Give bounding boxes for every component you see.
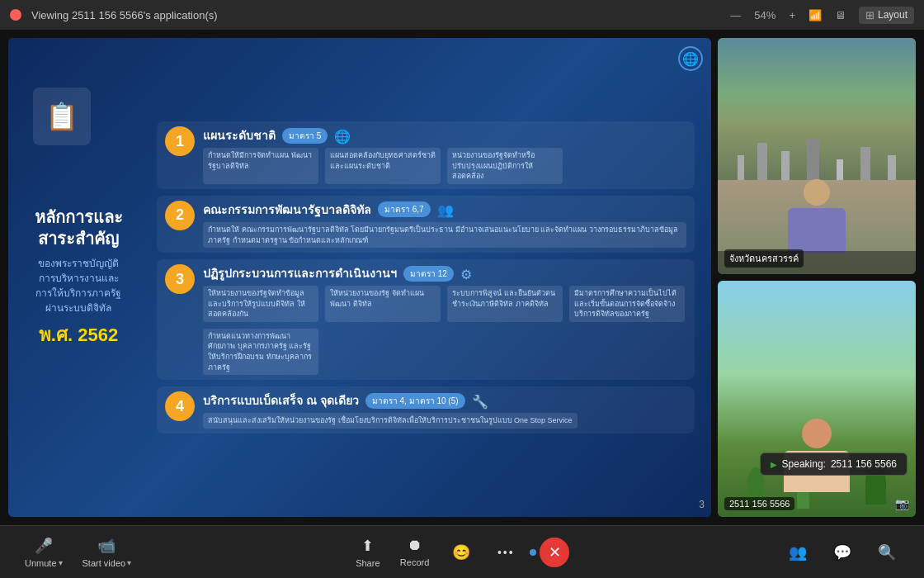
detail-4-1: สนับสนุนและส่งเสริมให้หน่วยงานของรัฐ เชื… (203, 413, 578, 429)
globe-icon: 🌐 (678, 46, 703, 71)
toolbar-left: 🎤 Unmute ▾ 📹 Start video ▾ (16, 532, 139, 573)
signal-icon: 📶 (808, 9, 822, 21)
zoom-plus-button[interactable]: + (789, 9, 795, 21)
video-panels: จังหวัดนครสวรรค์ S (718, 38, 916, 517)
chat-icon: 💬 (833, 543, 851, 561)
video-panel-top: จังหวัดนครสวรรค์ (718, 38, 916, 274)
record-label: Record (400, 557, 429, 567)
detail-1-2: แผนสอดคล้องกับยุทธศาสตร์ชาติ และแผนระดับ… (325, 148, 441, 184)
speaking-name: 2511 156 5566 (831, 458, 897, 470)
zoom-level: 54% (754, 9, 776, 21)
layout-label: Layout (878, 9, 908, 21)
participants-button[interactable]: 👥 (777, 538, 818, 566)
notification-dot (530, 549, 536, 556)
participants-icon: 👥 (789, 543, 807, 561)
record-icon: ⏺ (408, 537, 422, 554)
item-details-1: กำหนดให้มีการจัดทำแผน พัฒนารัฐบาลดิจิทัล… (203, 148, 686, 184)
item-number-2: 2 (165, 201, 195, 230)
item-content-3: ปฏิรูปกระบวนการและการดำเนินงานฯ มาตรา 12… (203, 264, 686, 375)
end-icon: ✕ (549, 543, 561, 561)
item-badge-1: มาตรา 5 (282, 128, 328, 144)
chat-button[interactable]: 💬 (822, 538, 863, 566)
main-area: 🌐 📋 หลักการและ สาระสำคัญ ของพระราชบัญญัต… (0, 30, 924, 525)
speaking-label: Speaking: (782, 458, 826, 470)
item-content-2: คณะกรรมการพัฒนารัฐบาลดิจิทัล มาตรา 6,7 👥… (203, 201, 686, 248)
item-header-3: ปฏิรูปกระบวนการและการดำเนินงานฯ มาตรา 12… (203, 264, 686, 282)
slide-main-title: หลักการและ สาระสำคัญ (25, 206, 132, 249)
titlebar: Viewing 2511 156 5566's application(s) —… (0, 0, 924, 30)
people-icon: 👥 (437, 202, 454, 218)
item-header-2: คณะกรรมการพัฒนารัฐบาลดิจิทัล มาตรา 6,7 👥 (203, 201, 686, 219)
detail-3-5: กำหนดแนวทางการพัฒนาศักยภาพ บุคลากรภาครัฐ… (203, 329, 318, 375)
item-header-4: บริการแบบเบ็ดเสร็จ ณ จุดเดียว มาตรา 4, ม… (203, 391, 686, 410)
detail-2-1: กำหนดให้ คณะกรรมการพัฒนารัฐบาลดิจิทัล โด… (203, 222, 686, 248)
service-icon: 🔧 (472, 394, 488, 410)
detail-3-4: มีมาตรการศึกษาความเป็นไปได้ และเริ่มขั้น… (569, 286, 685, 322)
minimize-button[interactable]: — (730, 9, 741, 21)
slide-items: 1 แผนระดับชาติ มาตรา 5 🌐 กำหนดให้มีการจั… (157, 54, 695, 500)
item-title-1: แผนระดับชาติ (203, 126, 276, 144)
record-button[interactable]: ⏺ Record (392, 532, 437, 572)
slide-item-3: 3 ปฏิรูปกระบวนการและการดำเนินงานฯ มาตรา … (157, 259, 695, 380)
toolbar: 🎤 Unmute ▾ 📹 Start video ▾ ⬆ Share ⏺ Rec… (0, 525, 924, 578)
microphone-icon: 🎤 (35, 537, 53, 555)
layout-button[interactable]: ⊞ Layout (859, 7, 914, 24)
video-label-top: จังหวัดนครสวรรค์ (724, 249, 804, 268)
item-title-2: คณะกรรมการพัฒนารัฐบาลดิจิทัล (203, 201, 371, 219)
slide-area: 🌐 📋 หลักการและ สาระสำคัญ ของพระราชบัญญัต… (8, 38, 711, 517)
slide-item-1: 1 แผนระดับชาติ มาตรา 5 🌐 กำหนดให้มีการจั… (157, 121, 695, 189)
video-bg-bottom (718, 281, 916, 517)
audio-label: Unmute (25, 558, 57, 568)
detail-1-3: หน่วยงานของรัฐจัดทำหรือ ปรับปรุงแผนปฏิบั… (447, 148, 563, 184)
detail-1-1: กำหนดให้มีการจัดทำแผน พัฒนารัฐบาลดิจิทัล (203, 148, 318, 184)
video-panel-bottom: Speaking: 2511 156 5566 2511 156 5566 📷 (718, 281, 916, 517)
video-arrow: ▾ (127, 558, 131, 567)
share-icon: ⬆ (361, 537, 374, 555)
end-meeting-button[interactable]: ✕ (540, 538, 569, 567)
item-title-3: ปฏิรูปกระบวนการและการดำเนินงานฯ (203, 264, 397, 282)
video-button[interactable]: 📹 Start video ▾ (74, 532, 140, 573)
screen-icon: 🖥 (835, 9, 846, 21)
speaking-indicator: Speaking: 2511 156 5566 (760, 452, 908, 476)
share-button[interactable]: ⬆ Share (347, 532, 389, 573)
gear-icon: ⚙ (460, 267, 472, 282)
layout-icon: ⊞ (865, 9, 874, 21)
item-details-2: กำหนดให้ คณะกรรมการพัฒนารัฐบาลดิจิทัล โด… (203, 222, 686, 248)
slide-number: 3 (699, 499, 705, 510)
item-details-4: สนับสนุนและส่งเสริมให้หน่วยงานของรัฐ เชื… (203, 413, 686, 429)
reactions-button[interactable]: 😊 (441, 538, 482, 566)
search-button[interactable]: 🔍 (866, 538, 908, 566)
camera-toolbar-icon: 📹 (97, 537, 116, 555)
emoji-icon: 😊 (452, 543, 470, 561)
item-content-4: บริการแบบเบ็ดเสร็จ ณ จุดเดียว มาตรา 4, ม… (203, 391, 686, 429)
toolbar-right: 👥 💬 🔍 (777, 538, 908, 566)
detail-3-3: ระบบการพิสูจน์ และยืนยันตัวตน ชำระเงินภา… (447, 286, 563, 322)
item-badge-3: มาตรา 12 (403, 266, 454, 282)
close-button[interactable] (10, 9, 21, 21)
detail-3-2: ให้หน่วยงานของรัฐ จัดทำแผนพัฒนา ดิจิทัล (325, 286, 441, 322)
share-label: Share (356, 558, 380, 568)
slide-sub-title: ของพระราชบัญญัติ การบริหารงานและ การให้บ… (25, 256, 132, 315)
item-header-1: แผนระดับชาติ มาตรา 5 🌐 (203, 126, 686, 144)
titlebar-right: — 54% + 📶 🖥 ⊞ Layout (730, 7, 914, 24)
globe-small-icon: 🌐 (334, 129, 351, 144)
item-number-3: 3 (165, 264, 195, 294)
slide-item-4: 4 บริการแบบเบ็ดเสร็จ ณ จุดเดียว มาตรา 4,… (157, 386, 695, 434)
detail-3-1: ให้หน่วยงานของรัฐจัดทำข้อมูล และบริการให… (203, 286, 318, 322)
video-bg-top (718, 38, 916, 274)
item-badge-2: มาตรา 6,7 (378, 201, 431, 217)
video-label-bottom: 2511 156 5566 (724, 497, 794, 510)
more-button[interactable]: ••• (485, 541, 526, 564)
slide-left-title: หลักการและ สาระสำคัญ ของพระราชบัญญัติ กา… (25, 206, 132, 349)
audio-arrow: ▾ (59, 558, 63, 567)
item-badge-4: มาตรา 4, มาตรา 10 (5) (365, 393, 465, 409)
titlebar-title: Viewing 2511 156 5566's application(s) (31, 9, 218, 21)
item-details-3: ให้หน่วยงานของรัฐจัดทำข้อมูล และบริการให… (203, 286, 686, 375)
audio-button[interactable]: 🎤 Unmute ▾ (16, 532, 71, 573)
search-icon: 🔍 (878, 543, 896, 561)
item-number-4: 4 (165, 391, 195, 421)
slide-item-2: 2 คณะกรรมการพัฒนารัฐบาลดิจิทัล มาตรา 6,7… (157, 196, 695, 253)
item-content-1: แผนระดับชาติ มาตรา 5 🌐 กำหนดให้มีการจัดท… (203, 126, 686, 184)
slide-year: พ.ศ. 2562 (25, 320, 132, 349)
camera-icon: 📷 (895, 497, 909, 510)
